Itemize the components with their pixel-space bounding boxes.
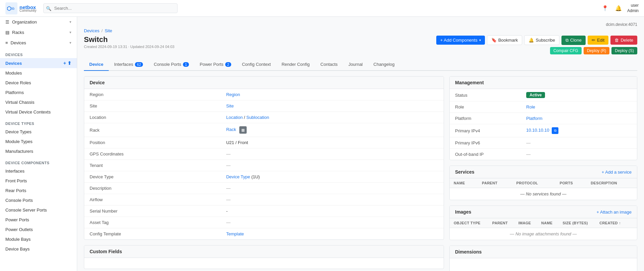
page-meta: Created 2024-09-19 13:31 · Updated 2024-… <box>84 45 175 49</box>
table-row: Description — <box>84 183 444 194</box>
user-label: user <box>627 3 639 8</box>
add-components-button[interactable]: + Add Components ▾ <box>436 36 485 45</box>
tab-render-config[interactable]: Render Config <box>276 58 315 71</box>
breadcrumb-site[interactable]: Site <box>105 28 112 33</box>
tab-journal[interactable]: Journal <box>343 58 368 71</box>
copy-ip-button[interactable]: ⧉ <box>552 127 558 134</box>
sidebar-item-front-ports[interactable]: Front Ports <box>0 176 77 186</box>
sidebar-item-power-ports[interactable]: Power Ports <box>0 215 77 225</box>
tab-device[interactable]: Device <box>84 58 109 71</box>
deploy-r-button[interactable]: Deploy (R) <box>584 47 609 54</box>
sidebar-item-device-types[interactable]: Device Types <box>0 127 77 137</box>
notification-icon[interactable]: 📍 <box>600 4 610 13</box>
device-card: Device Region Region Site <box>84 76 444 240</box>
bookmark-button[interactable]: 🔖 Bookmark <box>487 35 523 45</box>
tab-power-ports-badge: 2 <box>225 62 231 67</box>
tab-config-context[interactable]: Config Context <box>237 58 276 71</box>
sidebar-group-organization[interactable]: ☰ Organization ▾ <box>0 17 77 27</box>
platform-value[interactable]: Platform <box>526 116 542 121</box>
sidebar-item-console-server-ports[interactable]: Console Server Ports <box>0 205 77 215</box>
organization-icon: ☰ <box>5 19 9 25</box>
primary-ipv4-value[interactable]: 10.10.10.10 <box>526 128 549 133</box>
management-card: Management Status Active <box>449 76 637 160</box>
sidebar-item-platforms[interactable]: Platforms <box>0 88 77 97</box>
dimensions-card-body <box>450 258 637 271</box>
device-card-header: Device <box>84 77 444 89</box>
site-value[interactable]: Site <box>226 103 234 108</box>
config-template-value[interactable]: Template <box>226 231 244 236</box>
images-card: Images + Attach an image OBJECT TYPE PAR… <box>449 206 637 240</box>
sidebar-item-virtual-chassis[interactable]: Virtual Chassis <box>0 97 77 107</box>
add-service-link[interactable]: + Add a service <box>602 170 632 175</box>
region-label: Region <box>84 89 221 100</box>
compare-cfg-label: Compair CFG <box>553 48 578 53</box>
bell-icon[interactable]: 🔔 <box>614 4 623 13</box>
sidebar-item-console-ports[interactable]: Console Ports <box>0 195 77 205</box>
tab-contacts-label: Contacts <box>320 62 338 67</box>
import-device-icon[interactable]: ⬆ <box>67 60 71 66</box>
main-content: dcim.device:4071 Devices / Site Switch C… <box>77 17 644 271</box>
sidebar-item-rear-ports[interactable]: Rear Ports <box>0 186 77 195</box>
images-title: Images <box>455 209 471 215</box>
breadcrumb-devices[interactable]: Devices <box>84 28 99 33</box>
custom-fields-body <box>84 258 444 269</box>
sidebar-item-module-bays[interactable]: Module Bays <box>0 234 77 244</box>
search-icon: 🔍 <box>46 6 51 11</box>
tab-contacts[interactable]: Contacts <box>315 58 343 71</box>
tab-console-ports[interactable]: Console Ports 1 <box>148 58 194 71</box>
images-col-name: NAME <box>537 218 559 228</box>
sidebar-item-devices[interactable]: Devices + ⬆ <box>0 58 77 68</box>
tab-changelog[interactable]: Changelog <box>368 58 400 71</box>
add-device-icon[interactable]: + <box>63 60 66 66</box>
delete-button[interactable]: 🗑 Delete <box>610 36 637 45</box>
breadcrumb-separator: / <box>101 28 103 33</box>
clone-button[interactable]: ⧉ Clone <box>561 36 586 45</box>
role-value[interactable]: Role <box>526 104 535 109</box>
sidebar-item-module-types[interactable]: Module Types <box>0 137 77 146</box>
tab-interfaces[interactable]: Interfaces 62 <box>109 58 148 71</box>
edit-icon: ✏ <box>592 38 595 43</box>
add-components-label: + Add Components <box>440 38 478 43</box>
subscribe-button[interactable]: 🔔 Subscribe <box>524 35 559 45</box>
sidebar-item-device-bays-label: Device Bays <box>5 246 30 252</box>
sidebar-item-power-outlets[interactable]: Power Outlets <box>0 225 77 234</box>
edit-button[interactable]: ✏ Edit <box>588 36 608 45</box>
sublocation-value[interactable]: Sublocation <box>246 115 269 120</box>
sidebar-item-interfaces-label: Interfaces <box>5 169 24 174</box>
sidebar-item-device-roles[interactable]: Device Roles <box>0 78 77 88</box>
page-actions: + Add Components ▾ 🔖 Bookmark 🔔 Subscrib… <box>436 35 637 54</box>
sidebar-group-devices[interactable]: ≡ Devices ▾ <box>0 38 77 48</box>
secondary-actions: Compair CFG Deploy (R) Deploy (S) <box>550 47 637 54</box>
page-title-area: Switch Created 2024-09-19 13:31 · Update… <box>84 35 175 49</box>
clone-label: Clone <box>570 38 582 43</box>
table-row: Platform Platform <box>450 113 637 124</box>
table-row: Primary IPv6 — <box>450 137 637 149</box>
sidebar-item-platforms-label: Platforms <box>5 90 24 95</box>
search-input[interactable] <box>43 3 178 13</box>
status-label: Status <box>450 89 521 101</box>
images-col-size: SIZE (BYTES) <box>559 218 596 228</box>
sidebar-item-virtual-chassis-label: Virtual Chassis <box>5 100 34 105</box>
sidebar-item-virtual-device-contexts[interactable]: Virtual Device Contexts <box>0 107 77 117</box>
deploy-s-button[interactable]: Deploy (S) <box>611 47 637 54</box>
rack-grid-icon[interactable]: ▦ <box>239 126 247 134</box>
sidebar-item-manufacturers[interactable]: Manufacturers <box>0 146 77 156</box>
sidebar-item-modules[interactable]: Modules <box>0 68 77 78</box>
asset-tag-value: — <box>221 217 444 228</box>
location-value[interactable]: Location <box>226 115 243 120</box>
serial-number-value: - <box>221 206 444 217</box>
device-type-value[interactable]: Device Type <box>226 174 250 179</box>
images-col-object-type: OBJECT TYPE <box>450 218 488 228</box>
rack-value[interactable]: Rack <box>226 127 236 132</box>
images-table: OBJECT TYPE PARENT IMAGE NAME SIZE (BYTE… <box>450 218 637 240</box>
attach-image-link[interactable]: + Attach an image <box>597 210 632 215</box>
sidebar-item-device-bays[interactable]: Device Bays <box>0 244 77 254</box>
device-types-section-header: DEVICE TYPES <box>0 117 77 127</box>
asset-tag-label: Asset Tag <box>84 217 221 228</box>
region-value[interactable]: Region <box>226 92 240 97</box>
deploy-s-label: Deploy (S) <box>615 48 634 53</box>
compare-cfg-button[interactable]: Compair CFG <box>550 47 582 54</box>
sidebar-group-racks[interactable]: ▤ Racks ▾ <box>0 27 77 38</box>
tab-power-ports[interactable]: Power Ports 2 <box>194 58 237 71</box>
sidebar-item-interfaces[interactable]: Interfaces <box>0 166 77 176</box>
